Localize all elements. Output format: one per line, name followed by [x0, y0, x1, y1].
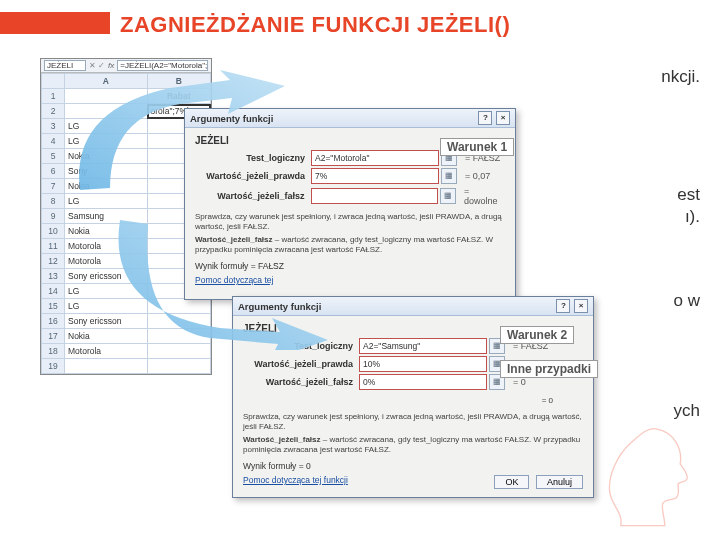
bg-frag: ych [674, 400, 700, 422]
row-header[interactable]: 9 [42, 209, 65, 224]
dialog-title: Argumenty funkcji [238, 301, 321, 312]
dialog-titlebar[interactable]: Argumenty funkcji ? × [185, 109, 515, 128]
dialog-help-text: Sprawdza, czy warunek jest spełniony, i … [195, 212, 505, 255]
cell[interactable] [147, 344, 210, 359]
cell[interactable] [65, 104, 148, 119]
range-picker-icon[interactable]: ▦ [441, 168, 457, 184]
bg-frag: nkcji. [661, 66, 700, 88]
iftrue-input[interactable]: 10% [359, 356, 487, 372]
iffalse-eval: = dowolne [464, 186, 505, 206]
col-header[interactable]: B [147, 74, 210, 89]
row-header[interactable]: 12 [42, 254, 65, 269]
close-icon[interactable]: × [496, 111, 510, 125]
cell[interactable]: LG [65, 119, 148, 134]
row-header[interactable]: 7 [42, 179, 65, 194]
iftrue-label: Wartość_jeżeli_prawda [243, 359, 359, 369]
row-header[interactable]: 11 [42, 239, 65, 254]
cancel-button[interactable]: Anuluj [536, 475, 583, 489]
cancel-icon[interactable]: ✕ [89, 61, 96, 70]
cell[interactable]: LG [65, 284, 148, 299]
formula-bar: JEŻELI ✕ ✓ fx =JEŻELI(A2="Motorola";7%) [41, 59, 211, 73]
callout-warunek-2: Warunek 2 [500, 326, 574, 344]
row-header[interactable]: 4 [42, 134, 65, 149]
help-icon[interactable]: ? [478, 111, 492, 125]
cell[interactable]: Rabat [147, 89, 210, 104]
cell[interactable]: LG [65, 299, 148, 314]
dialog-help-text: Sprawdza, czy warunek jest spełniony, i … [243, 412, 583, 455]
row-header[interactable]: 3 [42, 119, 65, 134]
cell[interactable] [147, 359, 210, 374]
row-header[interactable]: 17 [42, 329, 65, 344]
close-icon[interactable]: × [574, 299, 588, 313]
cell[interactable]: Motorola [65, 254, 148, 269]
col-header[interactable]: A [65, 74, 148, 89]
cell[interactable] [147, 314, 210, 329]
row-header[interactable]: 6 [42, 164, 65, 179]
cell[interactable]: Nokia [65, 329, 148, 344]
iffalse-eval: = 0 [513, 377, 526, 387]
cell[interactable]: Sony [65, 164, 148, 179]
help-link[interactable]: Pomoc dotycząca tej [195, 275, 273, 285]
test-label: Test_logiczny [243, 341, 359, 351]
iffalse-label: Wartość_jeżeli_fałsz [195, 191, 311, 201]
cell[interactable] [147, 329, 210, 344]
decorative-head-icon [590, 420, 700, 530]
fx-icon[interactable]: fx [108, 61, 114, 70]
bg-frag: ı). [685, 206, 700, 228]
row-header[interactable]: 18 [42, 344, 65, 359]
iffalse-input[interactable] [311, 188, 438, 204]
cell[interactable]: LG [65, 194, 148, 209]
bg-frag: est [677, 184, 700, 206]
range-picker-icon[interactable]: ▦ [440, 188, 456, 204]
formula-result: Wynik formuły = FAŁSZ [195, 261, 505, 271]
iffalse-input[interactable]: 0% [359, 374, 487, 390]
cell[interactable]: Motorola [65, 239, 148, 254]
row-header[interactable]: 14 [42, 284, 65, 299]
cell[interactable] [147, 299, 210, 314]
cell[interactable]: Nokia [65, 224, 148, 239]
row-header[interactable]: 8 [42, 194, 65, 209]
row-header[interactable]: 10 [42, 224, 65, 239]
corner-cell[interactable] [42, 74, 65, 89]
cell[interactable]: Motorola [65, 344, 148, 359]
iftrue-label: Wartość_jeżeli_prawda [195, 171, 311, 181]
ok-button[interactable]: OK [494, 475, 529, 489]
cell[interactable] [65, 89, 148, 104]
row-header[interactable]: 13 [42, 269, 65, 284]
dialog-titlebar[interactable]: Argumenty funkcji ? × [233, 297, 593, 316]
iftrue-input[interactable]: 7% [311, 168, 439, 184]
formula-input[interactable]: =JEŻELI(A2="Motorola";7%) [117, 60, 208, 71]
test-input[interactable]: A2="Motorola" [311, 150, 439, 166]
cell[interactable]: Sony ericsson [65, 269, 148, 284]
title-accent [0, 12, 110, 34]
row-header[interactable]: 19 [42, 359, 65, 374]
iffalse-label: Wartość_jeżeli_fałsz [243, 377, 359, 387]
row-header[interactable]: 16 [42, 314, 65, 329]
cell[interactable]: Nokia [65, 149, 148, 164]
cell[interactable]: Samsung [65, 209, 148, 224]
enter-icon[interactable]: ✓ [98, 61, 105, 70]
cell[interactable]: Nokia [65, 179, 148, 194]
callout-inne-przypadki: Inne przypadki [500, 360, 598, 378]
row-header[interactable]: 1 [42, 89, 65, 104]
cell[interactable]: Sony ericsson [65, 314, 148, 329]
result-eq: = 0 [243, 396, 583, 406]
dialog-title: Argumenty funkcji [190, 113, 273, 124]
test-label: Test_logiczny [195, 153, 311, 163]
cell[interactable] [65, 359, 148, 374]
name-box[interactable]: JEŻELI [44, 60, 86, 71]
function-args-dialog-1: Argumenty funkcji ? × JEŻELI Test_logicz… [184, 108, 516, 300]
row-header[interactable]: 15 [42, 299, 65, 314]
test-input[interactable]: A2="Samsung" [359, 338, 487, 354]
formula-result: Wynik formuły = 0 [243, 461, 583, 471]
callout-warunek-1: Warunek 1 [440, 138, 514, 156]
row-header[interactable]: 2 [42, 104, 65, 119]
iftrue-eval: = 0,07 [465, 171, 490, 181]
cell[interactable]: LG [65, 134, 148, 149]
row-header[interactable]: 5 [42, 149, 65, 164]
bg-frag: o w [674, 290, 700, 312]
help-link[interactable]: Pomoc dotycząca tej funkcji [243, 475, 348, 485]
help-icon[interactable]: ? [556, 299, 570, 313]
